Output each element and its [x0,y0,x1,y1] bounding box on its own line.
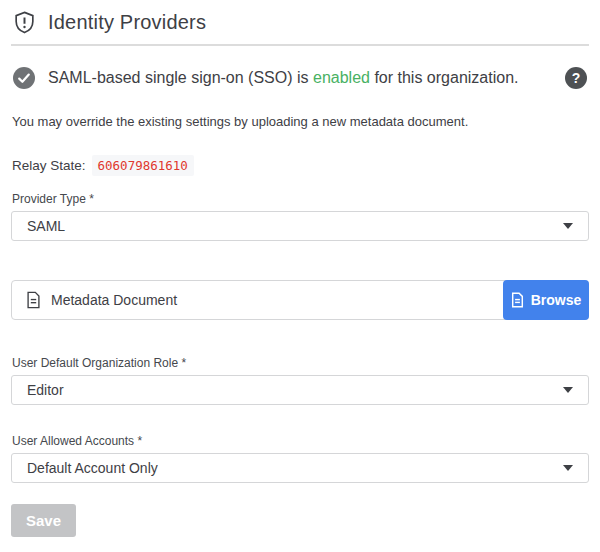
sso-status-row: SAML-based single sign-on (SSO) is enabl… [13,67,587,89]
metadata-document-placeholder-wrap: Metadata Document [12,291,177,309]
sso-status-text-after: for this organization. [370,69,519,86]
user-allowed-accounts-select[interactable]: Default Account Only [11,453,589,483]
user-allowed-accounts-group: User Allowed Accounts * Default Account … [11,434,589,483]
provider-type-label: Provider Type * [12,192,588,206]
shield-exclamation-icon [12,9,37,36]
override-description: You may override the existing settings b… [12,114,588,129]
identity-providers-page: Identity Providers SAML-based single sig… [0,0,600,537]
sso-enabled-highlight: enabled [313,69,370,86]
save-row: Save [11,504,589,537]
page-header: Identity Providers [11,0,589,46]
provider-type-select[interactable]: SAML [11,211,589,241]
user-allowed-accounts-value: Default Account Only [27,460,158,476]
user-allowed-accounts-label: User Allowed Accounts * [12,434,588,448]
provider-type-group: Provider Type * SAML [11,192,589,241]
save-button[interactable]: Save [11,504,76,537]
user-default-org-role-value: Editor [27,382,64,398]
browse-button[interactable]: Browse [503,280,589,320]
metadata-document-placeholder: Metadata Document [51,292,177,308]
metadata-document-input[interactable]: Metadata Document Browse [11,280,589,320]
user-default-org-role-group: User Default Organization Role * Editor [11,356,589,405]
check-circle-icon [13,67,35,89]
user-default-org-role-label: User Default Organization Role * [12,356,588,370]
page-title: Identity Providers [48,11,206,34]
relay-state-value: 606079861610 [92,155,194,176]
sso-status-text: SAML-based single sign-on (SSO) is enabl… [48,69,518,87]
provider-type-value: SAML [27,218,65,234]
browse-button-label: Browse [531,292,582,308]
chevron-down-icon [563,223,573,229]
document-icon [26,291,41,309]
relay-state-label: Relay State: [12,158,86,173]
sso-status-text-before: SAML-based single sign-on (SSO) is [48,69,313,86]
help-icon[interactable]: ? [565,67,587,89]
relay-state-row: Relay State: 606079861610 [12,155,588,176]
chevron-down-icon [563,465,573,471]
document-icon-white [511,292,524,308]
user-default-org-role-select[interactable]: Editor [11,375,589,405]
chevron-down-icon [563,387,573,393]
